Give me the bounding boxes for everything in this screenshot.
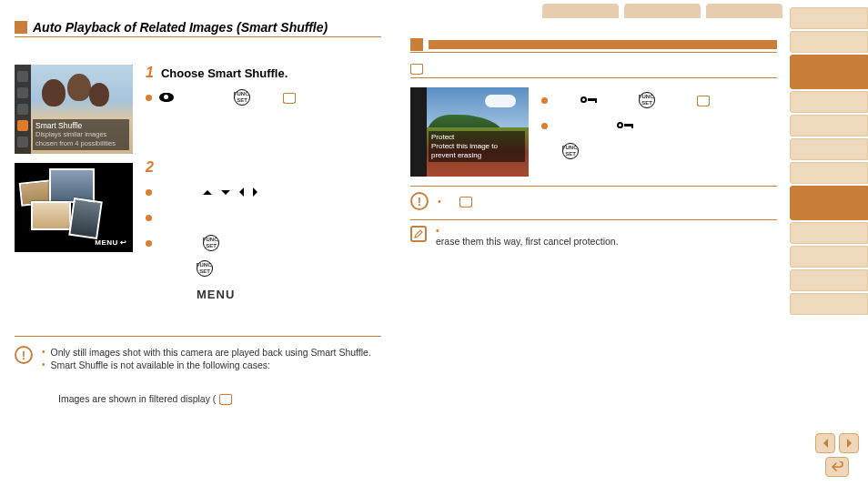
- note-text: Smart Shuffle is not available in the fo…: [51, 359, 270, 371]
- return-button[interactable]: [825, 457, 849, 477]
- menu-item-label: Smart Shuffle: [35, 121, 126, 130]
- footer-text: Images are shown in filtered display (: [15, 393, 381, 404]
- right-heading: [410, 36, 777, 53]
- tab[interactable]: [706, 4, 782, 18]
- side-tab-active[interactable]: [790, 186, 868, 220]
- bullet: •: [436, 226, 619, 236]
- next-page-button[interactable]: [839, 433, 859, 453]
- play-icon: [17, 120, 28, 131]
- arrow-right-icon: [253, 187, 257, 197]
- side-tab[interactable]: [790, 138, 868, 160]
- side-tab[interactable]: [790, 115, 868, 137]
- key-icon: [580, 96, 597, 105]
- bullet: •: [438, 196, 441, 207]
- step-1-title: Choose Smart Shuffle.: [161, 66, 288, 80]
- menu-badge: MENU ↩: [95, 238, 127, 247]
- func-set-icon: FUNC.SET: [203, 235, 219, 251]
- warning-icon: !: [15, 346, 33, 364]
- book-icon: [219, 394, 232, 404]
- book-icon: [283, 93, 296, 103]
- arrow-down-icon: [221, 190, 230, 195]
- top-tabs: [542, 4, 782, 18]
- step-2-number: 2: [146, 159, 154, 176]
- pencil-icon: [410, 226, 427, 242]
- bullet-icon: [541, 123, 548, 129]
- screenshot-collage: MENU ↩: [15, 163, 133, 252]
- book-icon: [459, 197, 472, 207]
- bullet-icon: [146, 95, 152, 101]
- side-tab[interactable]: [790, 162, 868, 184]
- heading-text: Auto Playback of Related Images (Smart S…: [33, 18, 381, 36]
- screenshot-smart-shuffle-menu: Smart Shuffle Displays similar images ch…: [15, 65, 133, 154]
- dpad-icons: [203, 187, 257, 197]
- side-tab[interactable]: [790, 31, 868, 53]
- tab[interactable]: [624, 4, 701, 18]
- menu-button-label: MENU: [197, 288, 235, 301]
- screenshot-protect: Protect Protect this image to prevent er…: [410, 87, 529, 177]
- func-set-icon: FUNC.SET: [234, 89, 250, 106]
- bullet-icon: [541, 97, 548, 104]
- func-set-icon: FUNC.SET: [639, 92, 655, 108]
- tab[interactable]: [542, 4, 619, 18]
- prev-page-button[interactable]: [815, 433, 835, 453]
- warning-icon: !: [410, 192, 429, 210]
- protect-desc: Protect this image to prevent erasing: [431, 142, 522, 160]
- step-1-number: 1: [146, 65, 154, 81]
- arrow-up-icon: [203, 190, 212, 195]
- side-tab[interactable]: [790, 246, 868, 268]
- note-text: Only still images shot with this camera …: [51, 346, 371, 359]
- side-tab[interactable]: [790, 91, 868, 113]
- book-icon: [410, 64, 423, 74]
- pencil-note-text: erase them this way, first cancel protec…: [436, 236, 619, 247]
- side-tab[interactable]: [790, 293, 868, 315]
- protect-title: Protect: [431, 133, 522, 142]
- side-tabs: [790, 7, 868, 315]
- menu-item-desc: Displays similar images chosen from 4 po…: [35, 130, 126, 148]
- heading-marker-icon: [410, 38, 423, 51]
- side-tab-active[interactable]: [790, 55, 868, 89]
- func-set-icon: FUNC.SET: [197, 260, 213, 277]
- arrow-left-icon: [239, 187, 244, 197]
- bullet-icon: [146, 189, 152, 196]
- key-icon: [617, 121, 633, 130]
- side-tab[interactable]: [790, 222, 868, 244]
- bullet-icon: [146, 240, 152, 247]
- book-icon: [697, 96, 710, 106]
- func-set-icon: FUNC.SET: [562, 143, 579, 159]
- side-tab[interactable]: [790, 7, 868, 29]
- bullet-icon: [146, 215, 152, 221]
- section-heading: Auto Playback of Related Images (Smart S…: [15, 18, 381, 37]
- eye-icon: [159, 93, 174, 102]
- side-tab[interactable]: [790, 269, 868, 291]
- heading-marker-icon: [15, 21, 27, 34]
